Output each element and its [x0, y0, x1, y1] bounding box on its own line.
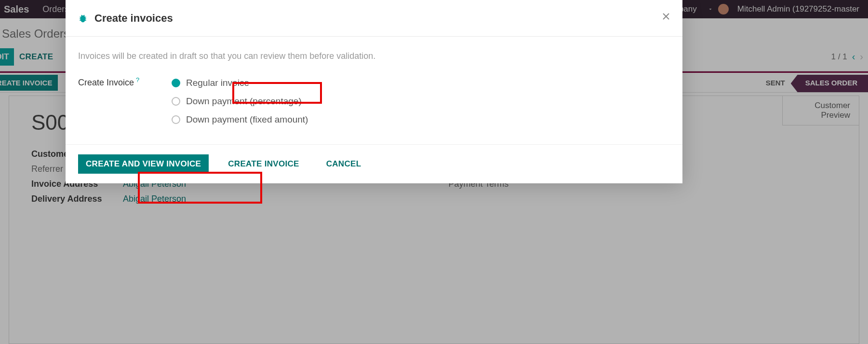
- radio-regular-label: Regular invoice: [186, 78, 249, 88]
- modal-header: Create invoices: [66, 0, 682, 37]
- radio-regular-invoice[interactable]: Regular invoice: [172, 78, 308, 88]
- bug-icon[interactable]: [78, 14, 88, 23]
- help-icon[interactable]: ?: [136, 76, 139, 83]
- invoice-type-radio-group: Regular invoice Down payment (percentage…: [172, 78, 308, 125]
- cancel-button[interactable]: CANCEL: [319, 154, 369, 174]
- modal-body: Invoices will be created in draft so tha…: [66, 37, 682, 144]
- radio-down-fixed-label: Down payment (fixed amount): [186, 114, 308, 125]
- create-invoice-button-modal[interactable]: CREATE INVOICE: [220, 154, 307, 174]
- create-and-view-invoice-button[interactable]: CREATE AND VIEW INVOICE: [78, 154, 209, 174]
- modal-hint: Invoices will be created in draft so tha…: [78, 51, 670, 61]
- radio-down-pct-label: Down payment (percentage): [186, 96, 302, 107]
- modal-title: Create invoices: [94, 12, 173, 25]
- modal-footer: CREATE AND VIEW INVOICE CREATE INVOICE C…: [66, 144, 682, 183]
- radio-down-payment-fixed[interactable]: Down payment (fixed amount): [172, 114, 308, 125]
- radio-down-payment-percentage[interactable]: Down payment (percentage): [172, 96, 308, 107]
- create-invoice-label-text: Create Invoice: [78, 78, 134, 88]
- close-icon[interactable]: [660, 11, 672, 22]
- radio-dot-icon: [172, 97, 180, 106]
- radio-dot-icon: [172, 115, 180, 124]
- create-invoice-label: Create Invoice ?: [78, 78, 172, 88]
- create-invoices-modal: Create invoices Invoices will be created…: [66, 0, 682, 183]
- radio-dot-icon: [172, 79, 180, 87]
- create-invoice-field: Create Invoice ? Regular invoice Down pa…: [78, 78, 670, 125]
